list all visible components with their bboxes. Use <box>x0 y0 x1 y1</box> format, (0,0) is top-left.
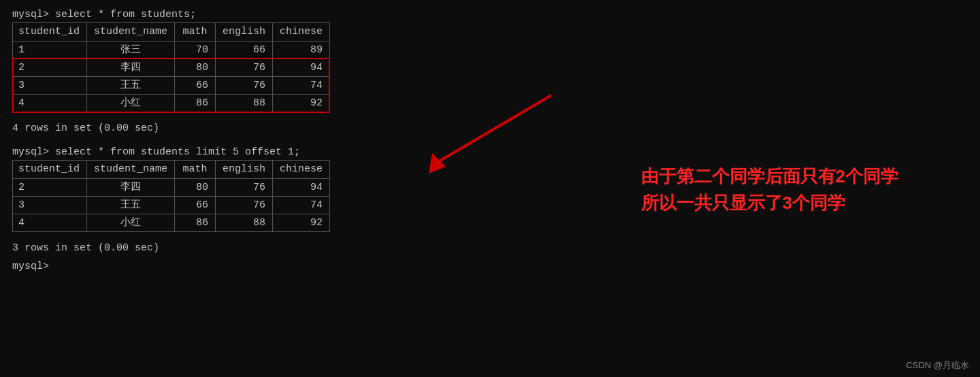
table1-container: student_id student_name math english chi… <box>12 22 330 112</box>
table2-cell-0-2: 80 <box>175 178 216 196</box>
table1-row-4: 4小红868892 <box>13 95 330 112</box>
table2-cell-2-4: 92 <box>273 214 330 232</box>
table2-header-row: student_id student_name math english chi… <box>13 161 330 178</box>
table1-cell-0-1: 张三 <box>87 41 175 59</box>
table1-cell-1-0: 2 <box>13 59 87 76</box>
table1-cell-0-0: 1 <box>13 41 87 59</box>
table1-cell-1-2: 80 <box>175 59 216 76</box>
svg-line-0 <box>436 95 551 163</box>
table2-cell-0-4: 94 <box>273 178 330 196</box>
table1-col-math: math <box>175 23 216 41</box>
table2-cell-2-0: 4 <box>13 214 87 232</box>
annotation-arrow <box>395 68 572 218</box>
table1-col-name: student_name <box>87 23 175 41</box>
table1-cell-3-2: 86 <box>175 95 216 112</box>
table2-cell-1-0: 3 <box>13 196 87 214</box>
annotation-text: 由于第二个同学后面只有2个同学 所以一共只显示了3个同学 <box>641 163 898 216</box>
table2-col-math: math <box>175 161 216 178</box>
query2-result: 3 rows in set (0.00 sec) <box>12 240 968 256</box>
table1: student_id student_name math english chi… <box>12 22 330 112</box>
table2-cell-1-1: 王五 <box>87 196 175 214</box>
table1-cell-3-1: 小红 <box>87 95 175 112</box>
table2-cell-2-2: 86 <box>175 214 216 232</box>
table1-row-3: 3王五667674 <box>13 77 330 95</box>
table1-cell-0-4: 89 <box>273 41 330 59</box>
table2-col-chinese: chinese <box>273 161 330 178</box>
query1-prompt: mysql> select * from students; <box>12 7 968 22</box>
table1-cell-0-3: 66 <box>216 41 273 59</box>
table1-col-chinese: chinese <box>273 23 330 41</box>
table1-col-english: english <box>216 23 273 41</box>
annotation-line2: 所以一共只显示了3个同学 <box>641 190 898 216</box>
table1-cell-0-2: 70 <box>175 41 216 59</box>
table2-container: student_id student_name math english chi… <box>12 160 330 232</box>
table2-cell-0-0: 2 <box>13 178 87 196</box>
table2-col-name: student_name <box>87 161 175 178</box>
table2-cell-2-1: 小红 <box>87 214 175 232</box>
table2-cell-2-3: 88 <box>216 214 273 232</box>
table2-cell-1-2: 66 <box>175 196 216 214</box>
table2-cell-0-1: 李四 <box>87 178 175 196</box>
table1-row-2: 2李四807694 <box>13 59 330 76</box>
svg-marker-1 <box>429 153 446 174</box>
table1-cell-3-0: 4 <box>13 95 87 112</box>
table1-cell-3-3: 88 <box>216 95 273 112</box>
annotation-line1: 由于第二个同学后面只有2个同学 <box>641 163 898 190</box>
watermark: CSDN @月临水 <box>906 359 969 372</box>
table1-col-id: student_id <box>13 23 87 41</box>
final-prompt: mysql> <box>12 259 968 274</box>
table2-col-id: student_id <box>13 161 87 178</box>
table1-cell-2-0: 3 <box>13 77 87 95</box>
table2-row-2: 3王五667674 <box>13 196 330 214</box>
table2: student_id student_name math english chi… <box>12 160 330 232</box>
table2-cell-1-4: 74 <box>273 196 330 214</box>
table2-cell-1-3: 76 <box>216 196 273 214</box>
table1-cell-2-4: 74 <box>273 77 330 95</box>
table1-row-1: 1张三706689 <box>13 41 330 59</box>
table1-cell-2-2: 66 <box>175 77 216 95</box>
table2-cell-0-3: 76 <box>216 178 273 196</box>
table1-cell-3-4: 92 <box>273 95 330 112</box>
table1-cell-2-3: 76 <box>216 77 273 95</box>
table1-cell-1-4: 94 <box>273 59 330 76</box>
table2-row-1: 2李四807694 <box>13 178 330 196</box>
table2-row-3: 4小红868892 <box>13 214 330 232</box>
table1-cell-1-1: 李四 <box>87 59 175 76</box>
table1-header-row: student_id student_name math english chi… <box>13 23 330 41</box>
table1-cell-2-1: 王五 <box>87 77 175 95</box>
table1-cell-1-3: 76 <box>216 59 273 76</box>
table2-body: 2李四8076943王五6676744小红868892 <box>13 178 330 232</box>
table1-body: 1张三7066892李四8076943王五6676744小红868892 <box>13 41 330 112</box>
table2-col-english: english <box>216 161 273 178</box>
